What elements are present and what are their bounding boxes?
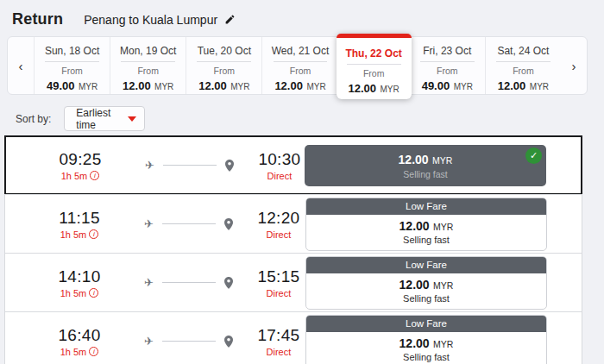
- page-title: Return: [12, 10, 63, 28]
- sort-by-label: Sort by:: [16, 113, 51, 125]
- currency-label: MYR: [306, 82, 325, 91]
- info-icon[interactable]: i: [89, 288, 98, 298]
- date-price: 12.00: [274, 79, 303, 92]
- fare-amount: 12.00: [399, 153, 429, 166]
- selling-fast-label: Selling fast: [306, 352, 546, 362]
- plane-icon: ✈: [144, 217, 154, 230]
- departure-block: 14:10 1h 5mi: [54, 267, 104, 298]
- date-tab-thu-22-oct-selected[interactable]: Thu, 22 Oct From 12.00 MYR: [337, 34, 412, 99]
- sort-selected-option: Earliest time: [76, 107, 128, 131]
- flight-row-1115[interactable]: 11:15 1h 5mi ✈ 12:20 Direct Low Fare 12.…: [4, 194, 582, 254]
- arrival-block: 10:30 Direct: [255, 150, 305, 181]
- departure-block: 16:40 1h 5mi: [54, 326, 104, 357]
- date-tab-fri-23-oct[interactable]: Fri, 23 Oct From 49.00 MYR: [410, 37, 485, 94]
- info-icon[interactable]: i: [89, 229, 98, 239]
- fare-amount: 12.00: [400, 278, 430, 292]
- selected-fare-button[interactable]: 12.00 MYR Selling fast ✓: [305, 145, 546, 186]
- selected-check-icon: ✓: [525, 147, 542, 164]
- fare-slot: Low Fare 12.00 MYR Selling fast: [305, 256, 547, 310]
- fare-slot: 12.00 MYR Selling fast ✓: [305, 145, 546, 186]
- duration-text: 1h 5m: [60, 347, 87, 357]
- divider: [420, 61, 475, 62]
- fare-currency: MYR: [433, 280, 453, 291]
- date-label: Thu, 22 Oct: [345, 47, 401, 60]
- caret-down-icon: [128, 116, 136, 122]
- fare-slot: Low Fare 12.00 MYR Selling fast: [305, 198, 547, 251]
- low-fare-button[interactable]: Low Fare 12.00 MYR Selling fast: [305, 315, 547, 364]
- flight-row-0925[interactable]: 09:25 1h 5mi ✈ 10:30 Direct 12.00 MYR Se…: [4, 135, 582, 195]
- duration-text: 1h 5m: [61, 171, 88, 181]
- selling-fast-label: Selling fast: [306, 235, 546, 245]
- route-graphic: ✈: [144, 217, 233, 230]
- info-icon[interactable]: i: [90, 171, 99, 180]
- flight-duration[interactable]: 1h 5mi: [54, 229, 104, 240]
- carousel-next-button[interactable]: ›: [561, 37, 587, 94]
- currency-label: MYR: [454, 82, 473, 91]
- date-label: Mon, 19 Oct: [120, 45, 176, 57]
- date-tab-mon-19-oct[interactable]: Mon, 19 Oct From 12.00 MYR: [110, 37, 186, 94]
- currency-label: MYR: [154, 82, 173, 91]
- flight-duration[interactable]: 1h 5mi: [55, 171, 105, 181]
- divider: [197, 61, 251, 62]
- divider: [496, 61, 551, 62]
- chevron-left-icon: ‹: [19, 59, 23, 73]
- departure-block: 11:15 1h 5mi: [54, 209, 104, 240]
- route-graphic: ✈: [145, 159, 234, 172]
- from-label: From: [61, 66, 83, 76]
- fare-currency: MYR: [433, 339, 453, 349]
- date-tab-sat-24-oct[interactable]: Sat, 24 Oct From 12.00 MYR: [485, 37, 561, 94]
- stops-label: Direct: [254, 347, 304, 357]
- departure-block: 09:25 1h 5mi: [55, 150, 105, 181]
- map-pin-icon: [224, 277, 233, 289]
- route-text: Penang to Kuala Lumpur: [84, 13, 217, 27]
- sort-row: Sort by: Earliest time: [16, 106, 145, 131]
- fare-currency: MYR: [433, 222, 453, 232]
- flight-duration[interactable]: 1h 5mi: [54, 288, 104, 298]
- departure-time: 14:10: [54, 267, 104, 286]
- date-tab-wed-21-oct[interactable]: Wed, 21 Oct From 12.00 MYR: [261, 37, 337, 94]
- from-label: From: [137, 66, 159, 76]
- divider: [347, 64, 401, 65]
- stops-label: Direct: [254, 229, 304, 240]
- carousel-prev-button[interactable]: ‹: [8, 37, 34, 94]
- chevron-right-icon: ›: [571, 59, 576, 73]
- route-label: Penang to Kuala Lumpur: [84, 13, 236, 27]
- date-price: 12.00: [123, 79, 151, 92]
- date-tab-sun-18-oct[interactable]: Sun, 18 Oct From 49.00 MYR: [34, 37, 110, 94]
- arrival-time: 17:45: [254, 326, 304, 345]
- map-pin-icon: [225, 160, 234, 172]
- info-icon[interactable]: i: [89, 347, 98, 356]
- flight-results-list: 09:25 1h 5mi ✈ 10:30 Direct 12.00 MYR Se…: [4, 135, 582, 364]
- sort-dropdown[interactable]: Earliest time: [64, 106, 145, 131]
- arrival-time: 12:20: [254, 209, 304, 228]
- date-price: 12.00: [198, 79, 227, 92]
- arrival-block: 15:15 Direct: [254, 267, 304, 298]
- date-price: 12.00: [498, 79, 526, 92]
- plane-icon: ✈: [145, 159, 154, 172]
- from-label: From: [437, 66, 458, 76]
- date-price: 12.00: [349, 82, 377, 95]
- flight-duration[interactable]: 1h 5mi: [54, 347, 104, 357]
- date-label: Fri, 23 Oct: [423, 45, 471, 57]
- date-tab-tue-20-oct[interactable]: Tue, 20 Oct From 12.00 MYR: [186, 37, 261, 94]
- route-line: [162, 341, 216, 342]
- duration-text: 1h 5m: [60, 288, 87, 298]
- route-graphic: ✈: [144, 276, 233, 289]
- date-price: 49.00: [422, 79, 450, 92]
- low-fare-button[interactable]: Low Fare 12.00 MYR Selling fast: [305, 256, 547, 310]
- low-fare-header: Low Fare: [306, 257, 546, 273]
- low-fare-header: Low Fare: [306, 198, 546, 215]
- from-label: From: [513, 66, 534, 76]
- arrival-block: 12:20 Direct: [254, 209, 304, 240]
- plane-icon: ✈: [144, 276, 154, 289]
- departure-time: 09:25: [55, 150, 105, 169]
- map-pin-icon: [224, 336, 233, 348]
- from-label: From: [290, 66, 311, 76]
- arrival-block: 17:45 Direct: [254, 326, 304, 357]
- edit-pencil-icon[interactable]: [224, 14, 236, 25]
- low-fare-button[interactable]: Low Fare 12.00 MYR Selling fast: [305, 198, 547, 251]
- flight-row-1640[interactable]: 16:40 1h 5mi ✈ 17:45 Direct Low Fare 12.…: [4, 311, 582, 364]
- departure-time: 11:15: [54, 209, 104, 228]
- currency-label: MYR: [230, 82, 249, 91]
- flight-row-1410[interactable]: 14:10 1h 5mi ✈ 15:15 Direct Low Fare 12.…: [4, 253, 582, 312]
